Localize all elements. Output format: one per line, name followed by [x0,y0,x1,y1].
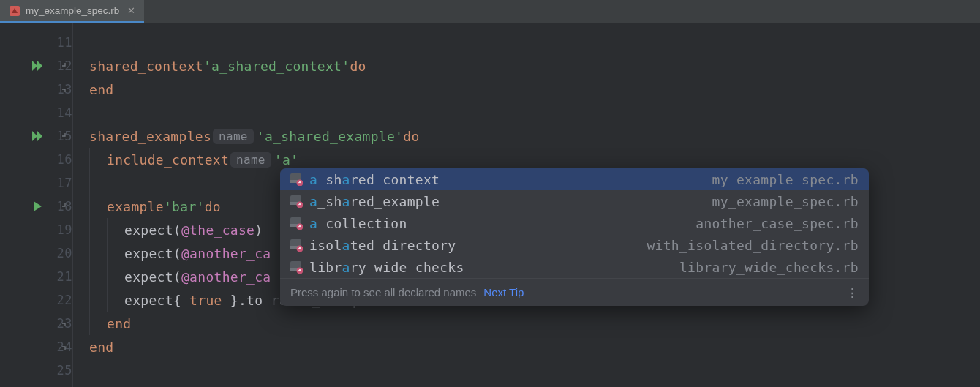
gutter-row: 21 [0,265,72,288]
tab-bar: my_example_spec.rb ✕ [0,0,980,23]
completion-name: a_shared_example [309,194,706,209]
fold-open-icon[interactable] [61,61,69,70]
fold-open-icon[interactable] [61,132,69,140]
shared-example-icon [290,217,303,230]
gutter-row: 11 [0,31,72,54]
shared-example-icon [290,195,303,208]
gutter-row: 22 [0,288,72,312]
completion-location: with_isolated_directory.rb [647,238,859,253]
run-all-icon[interactable] [32,130,44,142]
gutter-row: 25 [0,358,72,382]
line-number: 25 [48,363,72,377]
completion-location: another_case_spec.rb [696,216,859,231]
gutter-row: 20 [0,241,72,265]
shared-example-icon [290,239,303,252]
gutter-row: 16 [0,148,72,171]
shared-example-icon [290,261,303,274]
completion-location: my_example_spec.rb [712,172,859,187]
fold-open-icon[interactable] [61,202,69,211]
completion-name: isolated directory [309,238,640,253]
line-number: 14 [48,105,72,120]
completion-popup: a_shared_contextmy_example_spec.rba_shar… [280,168,869,306]
line-number: 19 [48,222,72,237]
completion-location: my_example_spec.rb [712,194,859,209]
completion-name: library wide checks [309,260,673,275]
completion-item[interactable]: isolated directorywith_isolated_director… [280,234,869,256]
line-number: 21 [48,269,72,284]
gutter-row: 13 [0,78,72,101]
popup-footer: Press again to see all declared names Ne… [280,278,869,306]
gutter-row: 19 [0,218,72,241]
file-tab[interactable]: my_example_spec.rb ✕ [0,0,144,23]
gutter-row: 12 [0,54,72,78]
completion-name: a collection [309,216,689,231]
completion-item[interactable]: a_shared_contextmy_example_spec.rb [280,168,869,190]
completion-location: library_wide_checks.rb [679,260,859,275]
gutter: 111213141516171819202122232425 [0,23,73,387]
line-number: 16 [48,152,72,167]
tab-filename: my_example_spec.rb [26,5,119,16]
run-icon[interactable] [32,200,44,212]
completion-item[interactable]: a_shared_examplemy_example_spec.rb [280,190,869,212]
gutter-row: 15 [0,124,72,148]
completion-name: a_shared_context [309,172,706,187]
more-options-icon[interactable]: ⋮ [847,286,859,299]
line-number: 11 [48,35,72,50]
fold-close-icon[interactable] [61,342,69,351]
gutter-row: 23 [0,312,72,335]
completion-item[interactable]: a collectionanother_case_spec.rb [280,212,869,234]
popup-hint-text: Press again to see all declared names [290,286,476,298]
run-all-icon[interactable] [32,60,44,72]
shared-example-icon [290,173,303,186]
line-number: 20 [48,246,72,260]
gutter-row: 24 [0,335,72,358]
line-number: 17 [48,176,72,190]
ruby-file-icon [9,5,20,17]
fold-close-icon[interactable] [61,85,69,94]
next-tip-link[interactable]: Next Tip [483,286,524,298]
completion-item[interactable]: library wide checkslibrary_wide_checks.r… [280,256,869,278]
gutter-row: 17 [0,171,72,195]
gutter-row: 18 [0,195,72,218]
fold-close-icon[interactable] [61,319,69,328]
close-icon[interactable]: ✕ [127,5,135,16]
gutter-row: 14 [0,101,72,124]
line-number: 22 [48,293,72,307]
